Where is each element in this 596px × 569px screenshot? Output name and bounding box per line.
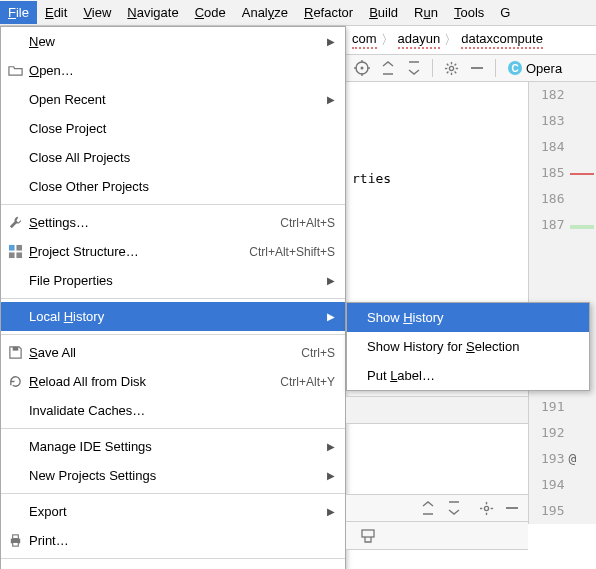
breadcrumb-segment[interactable]: com	[352, 31, 377, 49]
menu-item-label: Manage IDE Settings	[29, 439, 152, 454]
line-number: 186	[541, 186, 596, 212]
menu-item-manage-ide-settings[interactable]: Manage IDE Settings▶	[1, 432, 345, 461]
menubar-item-view[interactable]: View	[75, 1, 119, 24]
svg-rect-20	[12, 347, 18, 351]
submenu-arrow-icon: ▶	[327, 94, 335, 105]
menubar-item-build[interactable]: Build	[361, 1, 406, 24]
menu-item-export[interactable]: Export▶	[1, 497, 345, 526]
menu-item-invalidate-caches[interactable]: Invalidate Caches…	[1, 396, 345, 425]
breadcrumb-bar: com〉adayun〉dataxcompute	[346, 26, 596, 54]
submenu-item-put-label[interactable]: Put Label…	[347, 361, 589, 390]
menubar-item-refactor[interactable]: Refactor	[296, 1, 361, 24]
submenu-arrow-icon: ▶	[327, 441, 335, 452]
line-number: 192	[541, 420, 596, 446]
submenu-item-label: Show History	[367, 310, 444, 325]
menu-item-label: Save All	[29, 345, 76, 360]
minimize-icon[interactable]	[502, 498, 522, 518]
menu-item-open-recent[interactable]: Open Recent▶	[1, 85, 345, 114]
reload-icon	[7, 374, 23, 390]
breadcrumb-segment[interactable]: adayun	[398, 31, 441, 49]
svg-line-14	[454, 63, 456, 65]
save-icon	[7, 345, 23, 361]
menu-item-label: Project Structure…	[29, 244, 139, 259]
target-icon[interactable]	[352, 58, 372, 78]
submenu-item-show-history-for-selection[interactable]: Show History for Selection	[347, 332, 589, 361]
menu-item-file-properties[interactable]: File Properties▶	[1, 266, 345, 295]
menu-item-settings[interactable]: Settings…Ctrl+Alt+S	[1, 208, 345, 237]
menu-item-reload-all-from-disk[interactable]: Reload All from DiskCtrl+Alt+Y	[1, 367, 345, 396]
menu-item-label: Print…	[29, 533, 69, 548]
menu-item-print[interactable]: Print…	[1, 526, 345, 555]
expand-all-icon[interactable]	[378, 58, 398, 78]
minimize-icon[interactable]	[467, 58, 487, 78]
file-menu-dropdown: New▶Open…Open Recent▶Close ProjectClose …	[0, 26, 346, 569]
layout-icon[interactable]	[358, 526, 378, 546]
menubar-item-navigate[interactable]: Navigate	[119, 1, 186, 24]
menubar-item-run[interactable]: Run	[406, 1, 446, 24]
svg-line-13	[446, 71, 448, 73]
submenu-item-label: Show History for Selection	[367, 339, 519, 354]
submenu-arrow-icon: ▶	[327, 36, 335, 47]
submenu-arrow-icon: ▶	[327, 506, 335, 517]
menu-item-label: Close Project	[29, 121, 106, 136]
menu-item-label: Local History	[29, 309, 104, 324]
menu-item-label: Close Other Projects	[29, 179, 149, 194]
menu-item-open[interactable]: Open…	[1, 56, 345, 85]
separator	[495, 59, 496, 77]
svg-line-11	[446, 63, 448, 65]
menu-item-shortcut: Ctrl+Alt+Y	[280, 375, 335, 389]
menu-item-save-all[interactable]: Save AllCtrl+S	[1, 338, 345, 367]
menu-item-label: Open…	[29, 63, 74, 78]
annotation-at-icon: @	[564, 451, 576, 466]
gear-icon[interactable]	[476, 498, 496, 518]
menu-item-close-other-projects[interactable]: Close Other Projects	[1, 172, 345, 201]
svg-rect-16	[8, 245, 14, 251]
svg-line-12	[454, 71, 456, 73]
line-number: 185	[541, 160, 596, 186]
submenu-arrow-icon: ▶	[327, 470, 335, 481]
breadcrumb-segment[interactable]: dataxcompute	[461, 31, 543, 49]
editor-secondary-bar	[346, 396, 528, 424]
menubar-item-g[interactable]: G	[492, 1, 518, 24]
folder-open-icon	[7, 63, 23, 79]
menu-item-add-to-favorites[interactable]: Add to Favorites▶	[1, 562, 345, 569]
project-structure-icon	[7, 244, 23, 260]
menu-item-shortcut: Ctrl+S	[301, 346, 335, 360]
active-file-tab[interactable]: C Opera	[504, 61, 566, 76]
svg-rect-22	[12, 535, 18, 539]
menu-item-new[interactable]: New▶	[1, 27, 345, 56]
menu-separator	[1, 334, 345, 335]
line-number: 182	[541, 82, 596, 108]
line-number: 195	[541, 498, 596, 524]
svg-point-6	[449, 66, 453, 70]
menu-item-shortcut: Ctrl+Alt+Shift+S	[249, 245, 335, 259]
menubar-item-tools[interactable]: Tools	[446, 1, 492, 24]
menu-item-local-history[interactable]: Local History▶	[1, 302, 345, 331]
collapse-all-icon[interactable]	[404, 58, 424, 78]
menu-item-shortcut: Ctrl+Alt+S	[280, 216, 335, 230]
expand-all-icon[interactable]	[418, 498, 438, 518]
editor-toolbar: C Opera	[346, 54, 596, 82]
svg-point-1	[361, 67, 364, 70]
menu-item-label: New	[29, 34, 55, 49]
menubar-item-file[interactable]: File	[0, 1, 37, 24]
print-icon	[7, 533, 23, 549]
menubar: FileEditViewNavigateCodeAnalyzeRefactorB…	[0, 0, 596, 26]
menu-item-close-all-projects[interactable]: Close All Projects	[1, 143, 345, 172]
gear-icon[interactable]	[441, 58, 461, 78]
menu-separator	[1, 204, 345, 205]
menubar-item-analyze[interactable]: Analyze	[234, 1, 296, 24]
menubar-item-edit[interactable]: Edit	[37, 1, 75, 24]
svg-rect-17	[16, 245, 22, 251]
collapse-all-icon[interactable]	[444, 498, 464, 518]
menu-item-project-structure[interactable]: Project Structure…Ctrl+Alt+Shift+S	[1, 237, 345, 266]
line-number: 194	[541, 472, 596, 498]
menubar-item-code[interactable]: Code	[187, 1, 234, 24]
menu-item-new-projects-settings[interactable]: New Projects Settings▶	[1, 461, 345, 490]
menu-item-label: Open Recent	[29, 92, 106, 107]
menu-item-close-project[interactable]: Close Project	[1, 114, 345, 143]
submenu-arrow-icon: ▶	[327, 275, 335, 286]
submenu-item-show-history[interactable]: Show History	[347, 303, 589, 332]
menu-item-label: File Properties	[29, 273, 113, 288]
svg-rect-30	[362, 530, 374, 537]
